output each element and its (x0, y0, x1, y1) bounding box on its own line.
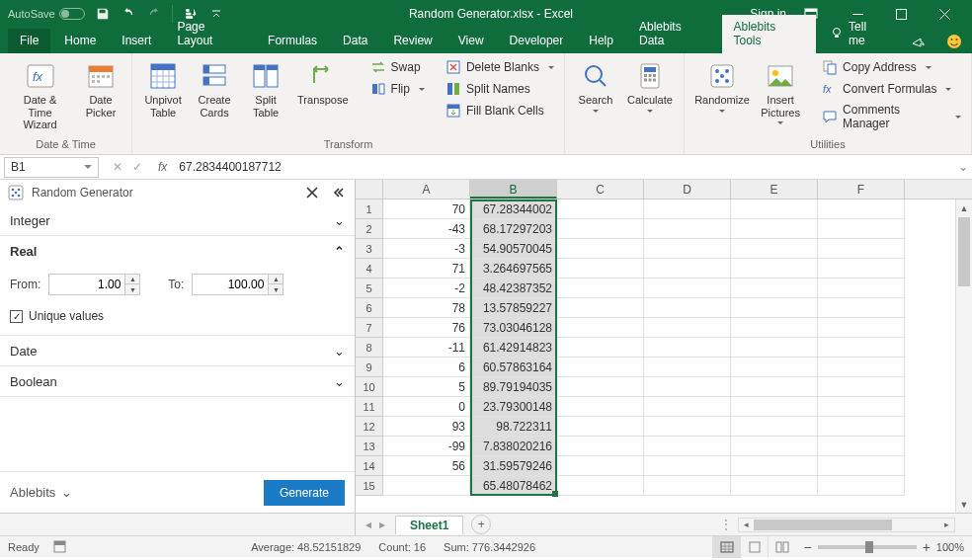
cell[interactable] (818, 456, 905, 476)
cell[interactable] (731, 298, 818, 318)
unpivot-table-button[interactable]: Unpivot Table (138, 57, 188, 121)
convert-formulas-button[interactable]: fxConvert Formulas (818, 79, 965, 99)
tab-view[interactable]: View (446, 29, 496, 53)
cell[interactable]: 3.264697565 (470, 259, 557, 279)
cell[interactable]: 13.57859227 (470, 298, 557, 318)
cell[interactable] (731, 279, 818, 298)
cell[interactable] (731, 397, 818, 417)
row-header[interactable]: 9 (356, 358, 383, 377)
tab-home[interactable]: Home (52, 29, 108, 53)
cell[interactable]: -11 (383, 338, 470, 358)
scroll-down-icon[interactable]: ▼ (956, 496, 972, 513)
enter-formula-icon[interactable]: ✓ (132, 160, 142, 174)
cell[interactable] (557, 476, 644, 496)
cell[interactable] (557, 318, 644, 338)
cell[interactable]: -3 (383, 239, 470, 259)
cell[interactable]: 54.90570045 (470, 239, 557, 259)
cell[interactable] (818, 437, 905, 456)
cell[interactable]: 6 (383, 358, 470, 377)
col-header-B[interactable]: B (470, 180, 557, 199)
cell[interactable] (644, 318, 731, 338)
cell[interactable] (731, 200, 818, 219)
tab-review[interactable]: Review (381, 29, 444, 53)
row-header[interactable]: 7 (356, 318, 383, 338)
cell[interactable] (644, 279, 731, 298)
cell[interactable]: 56 (383, 456, 470, 476)
cell[interactable]: 98.722311 (470, 417, 557, 437)
zoom-in-button[interactable]: + (923, 539, 931, 555)
cell[interactable] (818, 279, 905, 298)
cell[interactable]: 0 (383, 397, 470, 417)
scroll-up-icon[interactable]: ▲ (956, 200, 972, 216)
row-header[interactable]: 12 (356, 417, 383, 437)
to-input[interactable] (192, 274, 269, 295)
cell[interactable] (731, 259, 818, 279)
cell[interactable] (557, 219, 644, 239)
row-header[interactable]: 13 (356, 437, 383, 456)
cell[interactable] (818, 397, 905, 417)
cell[interactable]: 93 (383, 417, 470, 437)
sheet-nav-first-icon[interactable]: ◂ (365, 518, 371, 531)
cell[interactable]: 5 (383, 377, 470, 397)
formula-input[interactable]: 67.2834400187712 (173, 160, 954, 174)
tell-me-search[interactable]: Tell me (818, 15, 897, 53)
view-page-break-button[interactable] (768, 536, 795, 558)
cell[interactable] (818, 476, 905, 496)
row-header[interactable]: 14 (356, 456, 383, 476)
cell[interactable] (557, 298, 644, 318)
ablebits-brand[interactable]: Ablebits ⌄ (10, 485, 72, 500)
row-header[interactable]: 8 (356, 338, 383, 358)
save-icon[interactable] (95, 6, 111, 22)
col-header-A[interactable]: A (383, 180, 470, 199)
zoom-out-button[interactable]: − (803, 539, 811, 555)
row-header[interactable]: 6 (356, 298, 383, 318)
view-page-layout-button[interactable] (740, 536, 768, 558)
to-spin-down[interactable]: ▼ (269, 284, 283, 294)
fill-blank-cells-button[interactable]: Fill Blank Cells (442, 101, 558, 120)
cell[interactable] (644, 437, 731, 456)
create-cards-button[interactable]: Create Cards (190, 57, 239, 121)
cell[interactable] (557, 417, 644, 437)
select-all-corner[interactable] (356, 180, 383, 199)
sheet-nav-last-icon[interactable]: ▸ (379, 518, 385, 531)
section-boolean[interactable]: Boolean ⌄ (0, 366, 355, 396)
date-picker-button[interactable]: Date Picker (76, 57, 125, 121)
calculate-button[interactable]: Calculate (622, 57, 678, 119)
cell[interactable] (731, 338, 818, 358)
col-header-C[interactable]: C (557, 180, 644, 199)
cell[interactable] (818, 239, 905, 259)
cell[interactable] (644, 476, 731, 496)
cell[interactable]: 70 (383, 200, 470, 219)
tab-page-layout[interactable]: Page Layout (165, 15, 254, 53)
cell[interactable]: 61.42914823 (470, 338, 557, 358)
redo-icon[interactable] (146, 6, 162, 22)
from-input[interactable] (48, 274, 125, 295)
generate-button[interactable]: Generate (264, 480, 345, 506)
cell[interactable]: 67.28344002 (470, 200, 557, 219)
transpose-button[interactable]: Transpose (292, 57, 354, 110)
cell[interactable] (731, 417, 818, 437)
tab-help[interactable]: Help (577, 29, 625, 53)
cell[interactable] (557, 397, 644, 417)
cell[interactable] (644, 219, 731, 239)
cell[interactable] (644, 397, 731, 417)
unique-values-checkbox[interactable]: ✓ Unique values (10, 309, 345, 323)
cell[interactable] (557, 200, 644, 219)
delete-blanks-button[interactable]: Delete Blanks (442, 57, 558, 77)
cell[interactable] (818, 200, 905, 219)
cell[interactable] (818, 259, 905, 279)
cell[interactable] (557, 437, 644, 456)
row-header[interactable]: 2 (356, 219, 383, 239)
close-button[interactable] (923, 0, 966, 28)
tab-insert[interactable]: Insert (110, 29, 163, 53)
cell[interactable] (818, 219, 905, 239)
tab-ablebits-tools[interactable]: Ablebits Tools (722, 15, 817, 53)
from-spin-up[interactable]: ▲ (125, 275, 139, 284)
cell[interactable] (818, 318, 905, 338)
cell[interactable] (644, 338, 731, 358)
zoom-slider[interactable] (818, 545, 917, 549)
feedback-button[interactable] (936, 30, 972, 53)
col-header-D[interactable]: D (644, 180, 731, 199)
cell[interactable] (731, 377, 818, 397)
cell[interactable] (383, 476, 470, 496)
